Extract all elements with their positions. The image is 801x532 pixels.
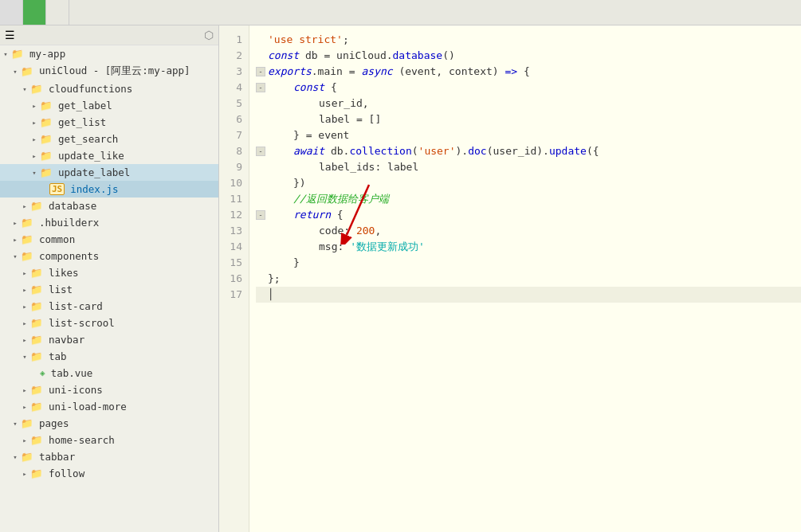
tree-item-cloudfunctions[interactable]: ▾📁cloudfunctions	[0, 80, 218, 97]
expand-arrow[interactable]: ▸	[10, 236, 21, 244]
code-editor[interactable]: 1234567891011121314151617 'use strict';c…	[219, 25, 801, 532]
tree-item-tab_vue[interactable]: ◈tab.vue	[0, 365, 218, 381]
tab-home-label[interactable]	[0, 0, 23, 25]
folder-icon: 📁	[30, 334, 43, 346]
collapse-arrow[interactable]: ▾	[10, 252, 21, 260]
tree-item-get_label[interactable]: ▸📁get_label	[0, 97, 218, 114]
tree-item-my-app[interactable]: ▾📁my-app	[0, 45, 218, 62]
tab-bar	[0, 0, 801, 25]
tree-item-list[interactable]: ▸📁list	[0, 281, 218, 298]
expand-arrow[interactable]: ▸	[19, 403, 30, 411]
tree-item-unicloud[interactable]: ▾📁uniCloud - [阿里云:my-app]	[0, 62, 218, 80]
tree-label: .hbuilderx	[39, 217, 99, 229]
tree-label: pages	[39, 417, 69, 429]
collapse-button[interactable]: -	[256, 83, 265, 92]
line-number-15: 15	[219, 255, 249, 271]
expand-arrow[interactable]: ▸	[19, 269, 30, 277]
code-token: 200	[356, 223, 375, 239]
code-token: {	[324, 80, 337, 96]
tree-label: navbar	[49, 334, 84, 346]
folder-icon: 📁	[30, 434, 43, 446]
tab-index-js[interactable]	[23, 0, 46, 25]
code-token: update	[549, 143, 587, 159]
expand-arrow[interactable]: ▸	[19, 202, 30, 210]
tree-item-get_search[interactable]: ▸📁get_search	[0, 131, 218, 147]
code-token: async	[361, 64, 392, 80]
collapse-arrow[interactable]: ▾	[29, 169, 40, 177]
code-token: db.	[324, 143, 349, 159]
hamburger-icon[interactable]: ☰	[5, 29, 15, 41]
folder-icon: 📁	[21, 417, 33, 429]
folder-icon: 📁	[30, 317, 43, 329]
collapse-button[interactable]: -	[256, 67, 265, 76]
tree-label: tab	[49, 350, 67, 362]
tree-item-list-card[interactable]: ▸📁list-card	[0, 298, 218, 315]
code-token: {	[517, 64, 530, 80]
expand-arrow[interactable]: ▸	[29, 119, 40, 127]
expand-arrow[interactable]: ▸	[19, 319, 30, 327]
expand-arrow[interactable]: ▸	[19, 436, 30, 444]
tree-item-pages[interactable]: ▾📁pages	[0, 415, 218, 432]
tree-item-follow[interactable]: ▸📁follow	[0, 465, 218, 482]
tree-item-update_label[interactable]: ▾📁update_label	[0, 164, 218, 181]
expand-arrow[interactable]: ▸	[10, 219, 21, 227]
collapse-button[interactable]: -	[256, 210, 265, 220]
collapse-button[interactable]: -	[256, 147, 265, 156]
tree-item-update_like[interactable]: ▸📁update_like	[0, 147, 218, 164]
tree-item-tabbar[interactable]: ▾📁tabbar	[0, 448, 218, 465]
expand-arrow[interactable]: ▸	[19, 303, 30, 311]
line-number-9: 9	[219, 159, 249, 175]
folder-icon: 📁	[40, 116, 53, 128]
code-token: database	[393, 48, 443, 64]
tree-item-likes[interactable]: ▸📁likes	[0, 264, 218, 281]
code-line-16: };	[256, 271, 801, 287]
code-token: 'use strict'	[268, 32, 343, 48]
folder-icon: 📁	[30, 401, 43, 413]
code-lines[interactable]: 'use strict';const db = uniCloud.databas…	[249, 25, 801, 532]
folder-icon: 📁	[21, 217, 33, 229]
folder-icon: 📁	[40, 150, 53, 162]
collapse-arrow[interactable]: ▾	[10, 68, 21, 76]
tree-label: list-scrool	[49, 317, 115, 329]
code-line-11: //返回数据给客户端	[256, 191, 801, 207]
tree-item-components[interactable]: ▾📁components	[0, 248, 218, 264]
folder-icon: 📁	[30, 200, 43, 212]
folder-icon: 📁	[40, 133, 53, 145]
tree-item-index_js[interactable]: JSindex.js	[0, 181, 218, 198]
expand-arrow[interactable]: ▸	[29, 102, 40, 110]
line-number-5: 5	[219, 96, 249, 111]
sidebar-action-icon[interactable]: ⬡	[204, 29, 214, 41]
collapse-arrow[interactable]: ▾	[0, 50, 11, 58]
expand-arrow[interactable]: ▸	[29, 152, 40, 160]
tree-item-uni-icons[interactable]: ▸📁uni-icons	[0, 381, 218, 398]
tree-item-hbuilderx[interactable]: ▸📁.hbuilderx	[0, 214, 218, 231]
tree-item-uni-load-more[interactable]: ▸📁uni-load-more	[0, 398, 218, 415]
expand-arrow[interactable]: ▸	[19, 386, 30, 394]
expand-arrow[interactable]: ▸	[19, 336, 30, 344]
tree-label: common	[39, 233, 75, 245]
tree-item-navbar[interactable]: ▸📁navbar	[0, 331, 218, 348]
collapse-arrow[interactable]: ▾	[10, 453, 21, 461]
line-number-6: 6	[219, 111, 249, 127]
tree-item-home-search[interactable]: ▸📁home-search	[0, 432, 218, 448]
tab-index-vue[interactable]	[46, 0, 69, 25]
code-token: ,	[375, 223, 381, 239]
expand-arrow[interactable]: ▸	[29, 135, 40, 143]
tree-item-get_list[interactable]: ▸📁get_list	[0, 114, 218, 131]
collapse-arrow[interactable]: ▾	[10, 420, 21, 428]
tree-item-database[interactable]: ▸📁database	[0, 198, 218, 214]
tree-item-tab[interactable]: ▾📁tab	[0, 348, 218, 365]
collapse-arrow[interactable]: ▾	[19, 353, 30, 361]
code-line-2: const db = uniCloud.database()	[256, 48, 801, 64]
expand-arrow[interactable]: ▸	[19, 470, 30, 478]
tree-item-common[interactable]: ▸📁common	[0, 231, 218, 248]
expand-arrow[interactable]: ▸	[19, 286, 30, 294]
tree-label: home-search	[49, 434, 115, 446]
tree-item-list-scrool[interactable]: ▸📁list-scrool	[0, 315, 218, 331]
code-line-7: } = event	[256, 127, 801, 143]
tree-label: get_search	[58, 133, 118, 145]
code-line-8: -await db.collection('user').doc(user_id…	[256, 143, 801, 159]
collapse-arrow[interactable]: ▾	[19, 85, 30, 93]
code-line-17: │	[256, 287, 801, 303]
tree-label: tabbar	[39, 451, 75, 463]
